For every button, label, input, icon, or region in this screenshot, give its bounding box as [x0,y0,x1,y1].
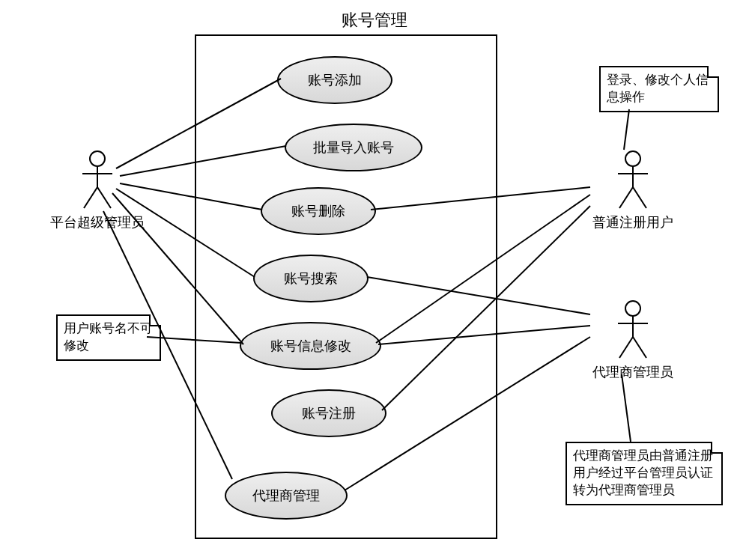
diagram-title: 账号管理 [315,9,434,31]
actor-normal-user-label: 普通注册用户 [577,213,689,231]
svg-line-14 [633,337,646,358]
note-agent-cert: 代理商管理员由普通注册用户经过平台管理员认证转为代理商管理员 [565,442,723,505]
note-username-lock: 用户账号名不可修改 [56,314,161,361]
usecase-delete: 账号删除 [261,187,376,235]
svg-point-10 [625,301,640,316]
note-login-edit: 登录、修改个人信息操作 [599,66,719,112]
stick-figure-icon [610,299,655,359]
svg-line-3 [84,187,97,208]
svg-line-9 [633,187,646,208]
usecase-add: 账号添加 [277,56,392,104]
actor-normal-user: 普通注册用户 [577,150,689,231]
usecase-register: 账号注册 [271,389,386,437]
actor-super-admin: 平台超级管理员 [41,150,154,231]
stick-figure-icon [610,150,655,210]
actor-super-admin-label: 平台超级管理员 [41,213,154,231]
svg-line-29 [622,374,631,442]
svg-point-5 [625,151,640,166]
svg-line-27 [624,109,629,150]
usecase-agent-mgmt: 代理商管理 [225,472,348,520]
svg-line-4 [97,187,111,208]
usecase-modify: 账号信息修改 [240,322,381,370]
actor-agent-admin-label: 代理商管理员 [577,363,689,381]
actor-agent-admin: 代理商管理员 [577,299,689,381]
diagram-canvas: 账号管理 账号添加 批量导入账号 账号删除 账号搜索 账号信息修改 账号注册 代… [0,0,749,560]
svg-line-13 [619,337,633,358]
usecase-search: 账号搜索 [253,255,369,302]
svg-point-0 [90,151,105,166]
stick-figure-icon [75,150,120,210]
usecase-import: 批量导入账号 [285,124,422,171]
svg-line-8 [619,187,633,208]
